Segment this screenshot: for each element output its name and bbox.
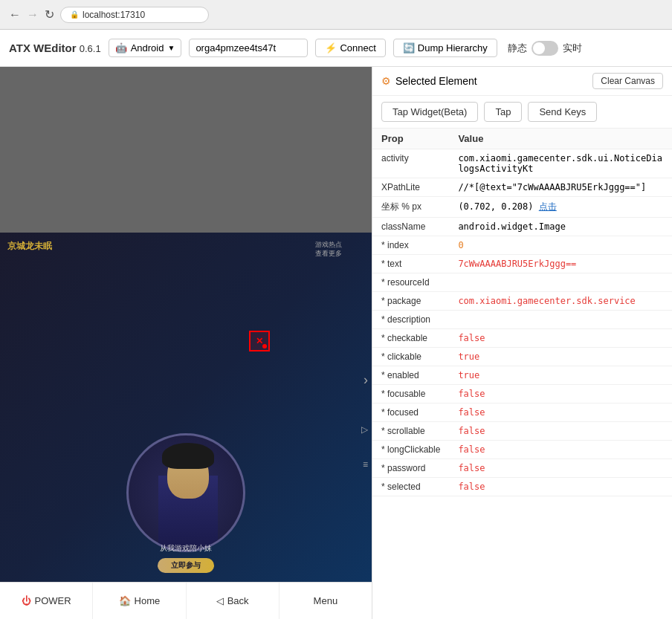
- prop-name-cell: * scrollable: [372, 422, 449, 441]
- prop-name-cell: * checkable: [372, 329, 449, 348]
- table-row: * focusablefalse: [372, 385, 672, 404]
- dump-hierarchy-button[interactable]: 🔄 Dump Hierarchy: [393, 39, 497, 57]
- home-button[interactable]: 🏠 Home: [93, 583, 186, 619]
- dump-label: Dump Hierarchy: [418, 42, 488, 54]
- prop-value-cell: android.widget.Image: [449, 218, 672, 236]
- table-row: * checkablefalse: [372, 329, 672, 348]
- tap-widget-button[interactable]: Tap Widget(Beta): [381, 102, 478, 122]
- prop-name-cell: 坐标 % px: [372, 197, 449, 218]
- main-layout: 京城龙未眠 游戏热点 查看更多 从我游戏陪小妹 立即参与: [0, 67, 672, 619]
- power-label: POWER: [35, 595, 71, 606]
- prop-name-cell: * focusable: [372, 385, 449, 404]
- prop-name-cell: * text: [372, 255, 449, 273]
- menu-button[interactable]: Menu: [280, 583, 372, 619]
- prop-value-cell: 0: [449, 236, 672, 255]
- prop-value-cell: com.xiaomi.gamecenter.sdk.service: [449, 292, 672, 311]
- back-icon: ◁: [216, 595, 224, 606]
- prop-value-cell: false: [449, 441, 672, 459]
- props-table-container: Prop Value activitycom.xiaomi.gamecenter…: [372, 129, 672, 619]
- selected-dot-marker: [262, 344, 267, 349]
- url-text: localhost:17310: [83, 10, 145, 20]
- browser-refresh-button[interactable]: ↻: [45, 7, 54, 22]
- home-icon: 🏠: [119, 595, 131, 606]
- power-button[interactable]: ⏻ POWER: [0, 583, 93, 619]
- connect-label: Connect: [340, 42, 375, 54]
- prop-value-cell: 7cWwAAAABJRU5ErkJggg==: [449, 255, 672, 273]
- side-arrow-mid[interactable]: ▷: [361, 424, 368, 435]
- table-row: * passwordfalse: [372, 459, 672, 478]
- prop-name-cell: * focused: [372, 404, 449, 422]
- table-row: * longClickablefalse: [372, 441, 672, 459]
- prop-value-cell: false: [449, 404, 672, 422]
- prop-name-cell: XPathLite: [372, 178, 449, 197]
- table-row: * clickabletrue: [372, 348, 672, 366]
- prop-value-cell: false: [449, 329, 672, 348]
- back-button[interactable]: ◁ Back: [187, 583, 280, 619]
- clear-canvas-button[interactable]: Clear Canvas: [592, 73, 663, 89]
- prop-name-cell: * index: [372, 236, 449, 255]
- prop-value-cell: (0.702, 0.208) 点击: [449, 197, 672, 218]
- click-link[interactable]: 点击: [539, 201, 557, 212]
- game-title: 京城龙未眠: [7, 240, 52, 253]
- side-arrow-right[interactable]: ›: [364, 372, 368, 388]
- send-keys-button[interactable]: Send Keys: [528, 102, 597, 122]
- prop-value-cell: [449, 311, 672, 329]
- prop-value-cell: [449, 273, 672, 292]
- tap-button[interactable]: Tap: [484, 102, 522, 122]
- game-background: 京城龙未眠 游戏热点 查看更多 从我游戏陪小妹 立即参与: [0, 233, 372, 582]
- action-buttons-row: Tap Widget(Beta) Tap Send Keys: [372, 96, 672, 129]
- mode-toggle-switch[interactable]: [532, 41, 558, 56]
- props-title-text: Selected Element: [395, 75, 477, 87]
- prop-value-cell: false: [449, 459, 672, 478]
- power-icon: ⏻: [22, 595, 31, 606]
- prop-value-cell: false: [449, 478, 672, 496]
- browser-back-button[interactable]: ←: [9, 8, 21, 22]
- connect-icon: ⚡: [325, 42, 337, 54]
- prop-name-cell: * enabled: [372, 366, 449, 385]
- device-screen[interactable]: 京城龙未眠 游戏热点 查看更多 从我游戏陪小妹 立即参与: [0, 233, 372, 582]
- prop-name-cell: * longClickable: [372, 441, 449, 459]
- prop-value-cell: true: [449, 366, 672, 385]
- props-header: ⚙ Selected Element Clear Canvas: [372, 67, 672, 96]
- android-icon: 🤖: [115, 42, 127, 54]
- browser-chrome: ← → ↻ 🔒 localhost:17310: [0, 0, 672, 30]
- bottom-bar: ⏻ POWER 🏠 Home ◁ Back Menu: [0, 582, 372, 619]
- prop-name-cell: * package: [372, 292, 449, 311]
- game-subtitle: 游戏热点 查看更多: [315, 240, 342, 259]
- prop-value-cell: true: [449, 348, 672, 366]
- char-hair: [162, 443, 214, 469]
- table-row: * resourceId: [372, 273, 672, 292]
- table-row: 坐标 % px(0.702, 0.208) 点击: [372, 197, 672, 218]
- mode-static-label: 静态: [508, 42, 527, 55]
- browser-forward-button[interactable]: →: [27, 8, 39, 22]
- platform-label: Android: [131, 42, 164, 54]
- game-action-button[interactable]: 立即参与: [158, 558, 214, 573]
- app-header: ATX WEditor 0.6.1 🤖 Android ▼ ⚡ Connect …: [0, 30, 672, 67]
- device-upper-panel: [0, 67, 372, 233]
- game-promo-text: 从我游戏陪小妹: [7, 543, 364, 554]
- prop-value-cell: false: [449, 385, 672, 404]
- prop-name-cell: className: [372, 218, 449, 236]
- device-id-input[interactable]: [189, 39, 308, 57]
- table-row: * index0: [372, 236, 672, 255]
- chevron-down-icon: ▼: [167, 44, 175, 52]
- prop-name-cell: activity: [372, 149, 449, 178]
- table-row: * text7cWwAAAABJRU5ErkJggg==: [372, 255, 672, 273]
- menu-label: Menu: [314, 595, 338, 606]
- prop-value-cell: false: [449, 422, 672, 441]
- home-label: Home: [135, 595, 161, 606]
- prop-name-cell: * selected: [372, 478, 449, 496]
- selected-element-highlight: ✕: [249, 331, 270, 351]
- connect-button[interactable]: ⚡ Connect: [315, 39, 385, 57]
- table-row: * packagecom.xiaomi.gamecenter.sdk.servi…: [372, 292, 672, 311]
- props-panel: ⚙ Selected Element Clear Canvas Tap Widg…: [372, 67, 672, 619]
- settings-icon: ⚙: [381, 75, 391, 87]
- prop-name-cell: * password: [372, 459, 449, 478]
- prop-value-cell: com.xiaomi.gamecenter.sdk.ui.NoticeDialo…: [449, 149, 672, 178]
- side-menu-lines[interactable]: ≡: [363, 459, 368, 470]
- table-row: * enabledtrue: [372, 366, 672, 385]
- prop-value-cell: //*[@text="7cWwAAAABJRU5ErkJggg=="]: [449, 178, 672, 197]
- platform-selector[interactable]: 🤖 Android ▼: [109, 39, 182, 57]
- browser-url-bar[interactable]: 🔒 localhost:17310: [60, 7, 209, 23]
- prop-name-cell: * clickable: [372, 348, 449, 366]
